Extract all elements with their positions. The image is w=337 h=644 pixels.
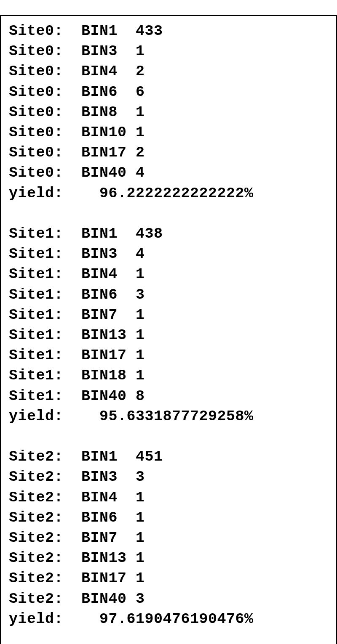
bin-count: 451 bbox=[136, 448, 163, 465]
bin-row: Site1: BIN18 1 bbox=[9, 367, 145, 384]
site-label: Site0: bbox=[9, 63, 81, 80]
bin-count: 3 bbox=[136, 286, 145, 303]
bin-row: Site0: BIN17 2 bbox=[9, 144, 145, 161]
site-label: Site1: bbox=[9, 307, 81, 323]
bin-count: 1 bbox=[136, 327, 145, 344]
bin-count: 4 bbox=[136, 246, 145, 262]
bin-count: 1 bbox=[136, 530, 145, 546]
bin-row: Site0: BIN10 1 bbox=[9, 124, 145, 141]
site-label: Site0: bbox=[9, 164, 81, 181]
bin-count: 1 bbox=[136, 489, 145, 506]
bin-count: 3 bbox=[136, 469, 145, 485]
site-label: Site1: bbox=[9, 286, 81, 303]
yield-value: 97.6190476190476% bbox=[99, 611, 254, 628]
site-label: Site0: bbox=[9, 104, 81, 121]
site-label: Site0: bbox=[9, 84, 81, 101]
yield-value: 95.6331877729258% bbox=[99, 408, 254, 425]
bin-name: BIN4 bbox=[81, 489, 136, 506]
bin-name: BIN7 bbox=[81, 307, 136, 323]
bin-name: BIN6 bbox=[81, 84, 136, 101]
bin-count: 1 bbox=[136, 104, 145, 121]
bin-name: BIN17 bbox=[81, 144, 136, 161]
bin-count: 433 bbox=[136, 23, 163, 40]
bin-row: Site2: BIN17 1 bbox=[9, 570, 145, 587]
bin-name: BIN17 bbox=[81, 347, 136, 364]
bin-name: BIN40 bbox=[81, 591, 136, 607]
site-label: Site0: bbox=[9, 144, 81, 161]
bin-row: Site2: BIN7 1 bbox=[9, 530, 145, 546]
bin-name: BIN17 bbox=[81, 570, 136, 587]
bin-count: 3 bbox=[136, 591, 145, 607]
bin-count: 2 bbox=[136, 63, 145, 80]
bin-name: BIN10 bbox=[81, 124, 136, 141]
bin-row: Site0: BIN4 2 bbox=[9, 63, 145, 80]
bin-count: 2 bbox=[136, 144, 145, 161]
bin-row: Site1: BIN17 1 bbox=[9, 347, 145, 364]
bin-row: Site1: BIN7 1 bbox=[9, 307, 145, 323]
bin-row: Site0: BIN40 4 bbox=[9, 164, 145, 181]
bin-count: 1 bbox=[136, 43, 145, 60]
bin-row: Site1: BIN40 8 bbox=[9, 388, 145, 405]
bin-row: Site2: BIN4 1 bbox=[9, 489, 145, 506]
bin-name: BIN4 bbox=[81, 266, 136, 283]
bin-row: Site2: BIN1 451 bbox=[9, 448, 163, 465]
bin-name: BIN3 bbox=[81, 246, 136, 262]
bin-row: Site0: BIN3 1 bbox=[9, 43, 145, 60]
bin-row: Site1: BIN1 438 bbox=[9, 225, 163, 242]
bin-row: Site1: BIN4 1 bbox=[9, 266, 145, 283]
site-label: Site0: bbox=[9, 43, 81, 60]
bin-name: BIN40 bbox=[81, 164, 136, 181]
bin-row: Site1: BIN3 4 bbox=[9, 246, 145, 262]
bin-row: Site2: BIN6 1 bbox=[9, 509, 145, 526]
site-label: Site2: bbox=[9, 489, 81, 506]
bin-name: BIN6 bbox=[81, 286, 136, 303]
bin-count: 1 bbox=[136, 367, 145, 384]
bin-name: BIN40 bbox=[81, 388, 136, 405]
yield-label: yield: bbox=[9, 408, 99, 425]
bin-count: 1 bbox=[136, 570, 145, 587]
bin-count: 438 bbox=[136, 225, 163, 242]
site-label: Site2: bbox=[9, 550, 81, 567]
site-label: Site2: bbox=[9, 591, 81, 607]
site-label: Site2: bbox=[9, 448, 81, 465]
bin-row: Site0: BIN6 6 bbox=[9, 84, 145, 101]
yield-label: yield: bbox=[9, 611, 99, 628]
site-label: Site0: bbox=[9, 124, 81, 141]
site-label: Site1: bbox=[9, 266, 81, 283]
bin-name: BIN13 bbox=[81, 550, 136, 567]
bin-name: BIN13 bbox=[81, 327, 136, 344]
bin-count: 4 bbox=[136, 164, 145, 181]
terminal-output: Site0: BIN1 433 Site0: BIN3 1 Site0: BIN… bbox=[0, 15, 337, 644]
site-label: Site1: bbox=[9, 367, 81, 384]
bin-name: BIN1 bbox=[81, 225, 136, 242]
bin-row: Site1: BIN6 3 bbox=[9, 286, 145, 303]
site-label: Site1: bbox=[9, 347, 81, 364]
bin-row: Site2: BIN40 3 bbox=[9, 591, 145, 607]
bin-name: BIN1 bbox=[81, 23, 136, 40]
bin-count: 8 bbox=[136, 388, 145, 405]
yield-row: yield: 95.6331877729258% bbox=[9, 408, 254, 425]
bin-name: BIN6 bbox=[81, 509, 136, 526]
site-label: Site0: bbox=[9, 23, 81, 40]
site-label: Site1: bbox=[9, 246, 81, 262]
bin-count: 1 bbox=[136, 266, 145, 283]
bin-name: BIN8 bbox=[81, 104, 136, 121]
bin-row: Site0: BIN8 1 bbox=[9, 104, 145, 121]
bin-count: 1 bbox=[136, 124, 145, 141]
bin-name: BIN3 bbox=[81, 469, 136, 485]
yield-row: yield: 96.2222222222222% bbox=[9, 185, 254, 202]
bin-name: BIN1 bbox=[81, 448, 136, 465]
bin-row: Site2: BIN13 1 bbox=[9, 550, 145, 567]
bin-name: BIN3 bbox=[81, 43, 136, 60]
site-label: Site2: bbox=[9, 570, 81, 587]
site-label: Site2: bbox=[9, 530, 81, 546]
bin-count: 1 bbox=[136, 509, 145, 526]
bin-name: BIN4 bbox=[81, 63, 136, 80]
bin-name: BIN7 bbox=[81, 530, 136, 546]
bin-count: 1 bbox=[136, 307, 145, 323]
bin-row: Site2: BIN3 3 bbox=[9, 469, 145, 485]
site-label: Site1: bbox=[9, 327, 81, 344]
site-label: Site2: bbox=[9, 509, 81, 526]
bin-count: 1 bbox=[136, 347, 145, 364]
yield-value: 96.2222222222222% bbox=[99, 185, 254, 202]
